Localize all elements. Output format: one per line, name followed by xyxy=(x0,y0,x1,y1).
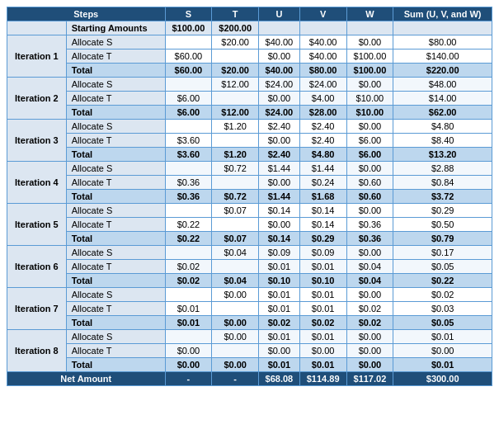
table-row: Iteration 7 Allocate S $0.00 $0.01 $0.01… xyxy=(7,288,492,302)
table-row: Allocate T $0.22 $0.00 $0.14 $0.36 $0.50 xyxy=(7,218,492,232)
net-s: - xyxy=(165,372,212,386)
cell-t xyxy=(212,134,259,148)
iter-label: Iteration 7 xyxy=(7,288,67,330)
step-name: Total xyxy=(66,106,165,120)
cell-v: $0.09 xyxy=(299,246,346,260)
cell-u: $1.44 xyxy=(259,162,300,176)
table-row: Allocate T $3.60 $0.00 $2.40 $6.00 $8.40 xyxy=(7,134,492,148)
cell-t xyxy=(212,344,259,358)
step-name: Allocate T xyxy=(66,344,165,358)
step-name: Total xyxy=(66,316,165,330)
cell-t xyxy=(212,260,259,274)
cell-u: $40.00 xyxy=(259,64,300,78)
step-name: Allocate T xyxy=(66,302,165,316)
cell-u: $0.09 xyxy=(259,246,300,260)
cell-s: $0.01 xyxy=(165,316,212,330)
net-label: Net Amount xyxy=(7,372,166,386)
cell-s: $0.00 xyxy=(165,344,212,358)
step-name: Allocate T xyxy=(66,50,165,64)
cell-u: $0.01 xyxy=(259,288,300,302)
cell-w: $0.00 xyxy=(346,120,393,134)
cell-sum: $0.01 xyxy=(393,358,492,372)
table-row: Iteration 8 Allocate S $0.00 $0.01 $0.01… xyxy=(7,330,492,344)
cell-u: $0.00 xyxy=(259,344,300,358)
cell-u: $0.14 xyxy=(259,232,300,246)
cell-sum: $8.40 xyxy=(393,134,492,148)
step-name: Allocate T xyxy=(66,134,165,148)
cell-t: $0.04 xyxy=(212,274,259,288)
cell-sum: $14.00 xyxy=(393,92,492,106)
cell-v: $4.80 xyxy=(299,148,346,162)
cell-s: $6.00 xyxy=(165,106,212,120)
table-row: Allocate T $0.36 $0.00 $0.24 $0.60 $0.84 xyxy=(7,176,492,190)
cell-sum: $220.00 xyxy=(393,64,492,78)
table-row: Iteration 6 Allocate S $0.04 $0.09 $0.09… xyxy=(7,246,492,260)
step-name: Allocate S xyxy=(66,120,165,134)
cell-s: $0.00 xyxy=(165,358,212,372)
cell-t: $0.07 xyxy=(212,232,259,246)
table-row: Total $0.22 $0.07 $0.14 $0.29 $0.36 $0.7… xyxy=(7,232,492,246)
cell-sum: $0.22 xyxy=(393,274,492,288)
cell-sum: $140.00 xyxy=(393,50,492,64)
cell-s: $3.60 xyxy=(165,148,212,162)
net-w: $117.02 xyxy=(346,372,393,386)
step-name: Total xyxy=(66,148,165,162)
starting-amounts-row: Starting Amounts $100.00 $200.00 xyxy=(7,21,492,35)
cell-w: $6.00 xyxy=(346,148,393,162)
cell-v: $0.01 xyxy=(299,260,346,274)
cell-s xyxy=(165,162,212,176)
cell-v: $2.40 xyxy=(299,120,346,134)
step-name: Allocate S xyxy=(66,35,165,50)
starting-u xyxy=(259,21,300,35)
cell-t xyxy=(212,302,259,316)
cell-t: $0.72 xyxy=(212,162,259,176)
cell-u: $0.01 xyxy=(259,302,300,316)
cell-sum: $0.03 xyxy=(393,302,492,316)
cell-w: $0.00 xyxy=(346,162,393,176)
cell-sum: $62.00 xyxy=(393,106,492,120)
cell-t: $0.00 xyxy=(212,330,259,344)
cell-u: $0.01 xyxy=(259,330,300,344)
cell-w: $0.00 xyxy=(346,330,393,344)
table-row: Allocate T $0.02 $0.01 $0.01 $0.04 $0.05 xyxy=(7,260,492,274)
cell-v: $0.14 xyxy=(299,204,346,218)
table-row: Allocate T $6.00 $0.00 $4.00 $10.00 $14.… xyxy=(7,92,492,106)
cell-t: $0.72 xyxy=(212,190,259,204)
cell-s xyxy=(165,78,212,92)
cell-w: $100.00 xyxy=(346,64,393,78)
step-name: Total xyxy=(66,358,165,372)
cell-s xyxy=(165,246,212,260)
cell-t: $0.04 xyxy=(212,246,259,260)
cell-v: $40.00 xyxy=(299,50,346,64)
cell-w: $0.00 xyxy=(346,288,393,302)
cell-t: $0.00 xyxy=(212,358,259,372)
cell-v: $2.40 xyxy=(299,134,346,148)
cell-w: $0.02 xyxy=(346,302,393,316)
table-row: Total $0.36 $0.72 $1.44 $1.68 $0.60 $3.7… xyxy=(7,190,492,204)
cell-v: $40.00 xyxy=(299,35,346,50)
step-name: Total xyxy=(66,274,165,288)
net-amount-row: Net Amount - - $68.08 $114.89 $117.02 $3… xyxy=(7,372,492,386)
cell-v: $80.00 xyxy=(299,64,346,78)
cell-u: $0.00 xyxy=(259,134,300,148)
header-row: Steps S T U V W Sum (U, V, and W) xyxy=(7,7,492,21)
starting-sum xyxy=(393,21,492,35)
iter-label: Iteration 2 xyxy=(7,78,67,120)
cell-u: $24.00 xyxy=(259,78,300,92)
net-t: - xyxy=(212,372,259,386)
cell-sum: $0.05 xyxy=(393,260,492,274)
cell-v: $0.01 xyxy=(299,302,346,316)
cell-u: $0.02 xyxy=(259,316,300,330)
cell-t: $20.00 xyxy=(212,35,259,50)
table-row: Total $3.60 $1.20 $2.40 $4.80 $6.00 $13.… xyxy=(7,148,492,162)
table-row: Allocate T $60.00 $0.00 $40.00 $100.00 $… xyxy=(7,50,492,64)
cell-v: $0.24 xyxy=(299,176,346,190)
iter-label: Iteration 1 xyxy=(7,35,67,78)
col-header-steps-iter: Steps xyxy=(7,7,166,21)
iter-label-starting xyxy=(7,21,67,35)
cell-s: $60.00 xyxy=(165,50,212,64)
cell-sum: $0.01 xyxy=(393,330,492,344)
step-name: Allocate S xyxy=(66,246,165,260)
starting-t: $200.00 xyxy=(212,21,259,35)
cell-u: $1.44 xyxy=(259,190,300,204)
